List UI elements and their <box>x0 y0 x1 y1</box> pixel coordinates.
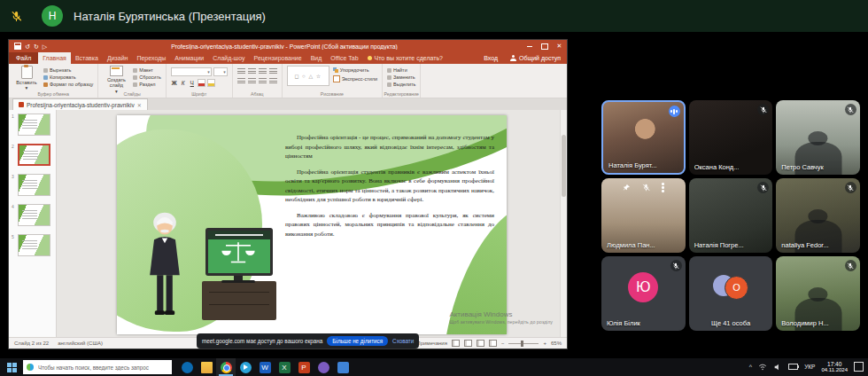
participant-tile-volodymyr[interactable]: Володимир Н... <box>776 256 860 331</box>
app-excel[interactable]: X <box>275 358 294 376</box>
tab-transitions[interactable]: Переходы <box>132 52 170 64</box>
normal-view-button[interactable] <box>452 340 460 347</box>
zoom-slider-knob[interactable] <box>521 341 523 347</box>
app-photos[interactable] <box>333 358 353 376</box>
indent-button[interactable] <box>259 68 267 75</box>
font-size-combo[interactable]: ▾ <box>213 67 228 76</box>
new-slide-button[interactable]: Создать слайд ▾ <box>103 66 129 94</box>
tab-view[interactable]: Вид <box>306 52 327 64</box>
highlight-color-button[interactable] <box>207 79 215 87</box>
tab-insert[interactable]: Вставка <box>71 52 103 64</box>
participant-tile-oksana[interactable]: Оксана Конд... <box>689 100 773 175</box>
overflow-tile-more-people[interactable]: О Ще 41 особа <box>689 256 773 331</box>
action-center-icon[interactable] <box>854 362 864 372</box>
participant-tile-nataliya-pohre[interactable]: Наталія Погре... <box>689 178 773 253</box>
pin-icon[interactable] <box>623 184 631 192</box>
participant-tile-nataliya-buryatynska[interactable]: Наталія Бурят... <box>601 100 686 175</box>
app-powerpoint[interactable]: P <box>294 358 314 376</box>
zoom-out-button[interactable]: − <box>501 341 505 346</box>
tab-home[interactable]: Главная <box>38 52 71 64</box>
slide-thumbnail-2[interactable]: 2 <box>12 144 53 166</box>
document-tab[interactable]: Profesijna-oriyentaciya-studentiv-pravni… <box>12 98 148 110</box>
font-color-button[interactable] <box>198 79 205 87</box>
mic-off-icon[interactable] <box>642 184 650 192</box>
bold-button[interactable]: Ж <box>171 80 178 86</box>
undo-icon[interactable]: ↺ <box>25 43 30 50</box>
slide-thumbnail-4[interactable]: 4 <box>12 204 53 226</box>
format-painter-button[interactable]: Формат по образцу <box>43 82 93 87</box>
layout-button[interactable]: Макет <box>133 67 160 73</box>
align-left-button[interactable] <box>237 78 245 85</box>
app-edge[interactable] <box>177 358 197 376</box>
italic-button[interactable]: К <box>180 80 187 86</box>
reset-button[interactable]: Сбросить <box>133 74 160 80</box>
bullet-list-button[interactable] <box>237 68 245 75</box>
sign-in-button[interactable]: Вход <box>477 52 504 64</box>
tab-review[interactable]: Рецензирование <box>250 52 306 64</box>
participant-tile-petro[interactable]: Петро Савчук <box>776 100 860 175</box>
tab-office-tab[interactable]: Office Tab <box>326 52 362 64</box>
select-button[interactable]: Выделить <box>387 82 415 87</box>
tab-close-icon[interactable]: ✕ <box>137 102 142 108</box>
taskbar-search-box[interactable] <box>23 360 172 374</box>
shapes-gallery[interactable]: ◻ ○ △ ☆ <box>287 66 329 86</box>
tray-expand-icon[interactable]: ^ <box>749 364 752 370</box>
save-icon[interactable] <box>14 43 21 50</box>
slide-thumbnail-1[interactable]: 1 <box>12 114 53 136</box>
maximize-button[interactable] <box>537 40 552 52</box>
slideshow-view-button[interactable] <box>489 340 497 347</box>
zoom-percentage[interactable]: 65% <box>551 341 562 346</box>
reading-view-button[interactable] <box>477 340 484 347</box>
taskbar-clock[interactable]: 17:40 04.11.2024 <box>821 361 848 374</box>
underline-button[interactable]: Ч <box>189 80 196 86</box>
font-name-combo[interactable]: ▾ <box>171 67 212 76</box>
start-button[interactable] <box>0 358 23 376</box>
close-button[interactable]: ✕ <box>552 40 567 52</box>
hide-banner-button[interactable]: Сховати <box>392 338 414 344</box>
line-spacing-button[interactable] <box>269 68 277 75</box>
wifi-icon[interactable] <box>758 363 767 372</box>
language-switcher[interactable]: УКР <box>804 364 815 370</box>
tab-slideshow[interactable]: Слайд-шоу <box>208 52 249 64</box>
thumbnail-preview[interactable] <box>18 204 50 226</box>
stop-sharing-button[interactable]: Більше не ділитися <box>327 336 388 346</box>
slide-canvas[interactable]: Професійна орієнтація - це процес, спрям… <box>57 110 567 337</box>
copy-button[interactable]: Копировать <box>43 74 93 80</box>
thumbnail-preview[interactable] <box>18 114 50 136</box>
app-word[interactable]: W <box>255 358 275 376</box>
share-button[interactable]: Общий доступ <box>504 52 567 64</box>
tab-design[interactable]: Дизайн <box>103 52 133 64</box>
paste-button[interactable]: Вставить ▾ <box>13 66 40 91</box>
tell-me-box[interactable]: Что вы хотите сделать? <box>363 52 447 64</box>
app-telegram[interactable] <box>236 358 255 376</box>
justify-button[interactable] <box>269 78 277 85</box>
minimize-button[interactable] <box>522 40 537 52</box>
thumbnail-preview[interactable] <box>18 234 50 256</box>
speaker-icon[interactable] <box>773 363 782 372</box>
numbered-list-button[interactable] <box>248 68 256 75</box>
redo-icon[interactable]: ↻ <box>34 43 39 50</box>
zoom-in-button[interactable]: + <box>543 341 546 346</box>
section-button[interactable]: Раздел <box>133 82 160 87</box>
find-button[interactable]: Найти <box>387 67 415 73</box>
current-slide[interactable]: Професійна орієнтація - це процес, спрям… <box>117 115 507 334</box>
slide-thumbnail-5[interactable]: 5 <box>12 234 53 256</box>
thumbnail-preview-selected[interactable] <box>18 144 50 166</box>
cut-button[interactable]: Вырезать <box>43 67 93 73</box>
participant-tile-nataliya-fedor[interactable]: nataliya Fedor... <box>776 178 860 253</box>
slide-sorter-view-button[interactable] <box>464 340 472 347</box>
scrollbar-thumb[interactable] <box>562 135 566 197</box>
tab-animations[interactable]: Анимации <box>170 52 208 64</box>
arrange-button[interactable]: Упорядочить <box>333 67 377 73</box>
battery-icon[interactable] <box>788 364 798 370</box>
quick-styles-button[interactable]: Экспресс-стили <box>333 75 377 82</box>
align-center-button[interactable] <box>248 78 256 85</box>
replace-button[interactable]: Заменить <box>387 74 415 80</box>
participant-tile-yuliya[interactable]: Ю Юлія Білик <box>601 256 686 331</box>
thumbnail-preview[interactable] <box>18 174 50 196</box>
app-viber[interactable] <box>314 358 333 376</box>
tab-file[interactable]: Файл <box>9 52 38 64</box>
language-indicator[interactable]: английский (США) <box>58 341 103 346</box>
app-chrome[interactable] <box>216 358 236 376</box>
slide-thumbnail-3[interactable]: 3 <box>12 174 53 196</box>
